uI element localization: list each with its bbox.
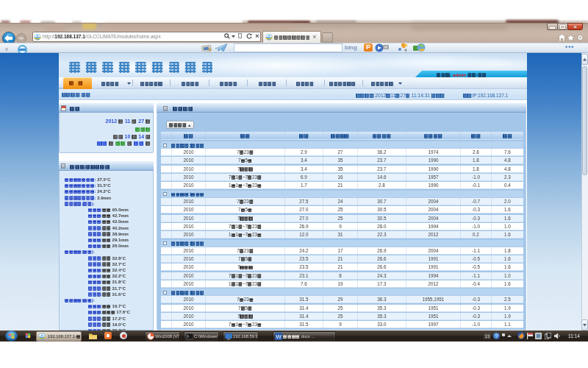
svg-text:W: W [276, 333, 282, 340]
